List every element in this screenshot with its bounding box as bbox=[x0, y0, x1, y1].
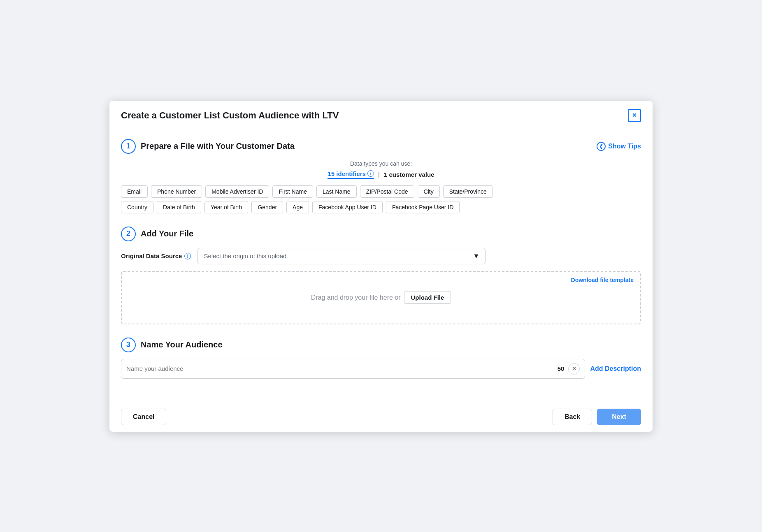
section-3-header: 3 Name Your Audience bbox=[121, 338, 641, 352]
download-template-link[interactable]: Download file template bbox=[571, 277, 634, 283]
close-button[interactable]: × bbox=[628, 109, 641, 122]
tag-fb-page-user-id: Facebook Page User ID bbox=[386, 201, 460, 213]
tabs-row: 15 identifiers i | 1 customer value bbox=[121, 170, 641, 179]
show-tips-label: Show Tips bbox=[608, 143, 641, 150]
tag-mobile-advertiser-id: Mobile Advertiser ID bbox=[205, 185, 269, 198]
identifiers-info-icon[interactable]: i bbox=[367, 170, 374, 177]
tag-age: Age bbox=[286, 201, 309, 213]
tag-city: City bbox=[418, 185, 440, 198]
section-2: 2 Add Your File Original Data Source i S… bbox=[121, 227, 641, 324]
tag-dob: Date of Birth bbox=[157, 201, 201, 213]
next-button[interactable]: Next bbox=[597, 409, 641, 425]
tag-fb-app-user-id: Facebook App User ID bbox=[312, 201, 383, 213]
show-tips-icon: ❮ bbox=[597, 142, 606, 151]
upload-hint: Drag and drop your file here or Upload F… bbox=[311, 291, 451, 304]
tab-customer-value[interactable]: 1 customer value bbox=[384, 171, 434, 178]
step-circle-2: 2 bbox=[121, 227, 136, 241]
step-circle-1: 1 bbox=[121, 139, 136, 154]
upload-file-button[interactable]: Upload File bbox=[404, 291, 451, 304]
original-source-row: Original Data Source i Select the origin… bbox=[121, 248, 641, 264]
name-input-wrapper: 50 ✕ bbox=[121, 359, 585, 379]
data-types-label: Data types you can use: bbox=[121, 160, 641, 167]
tags-row-2: Country Date of Birth Year of Birth Gend… bbox=[121, 201, 641, 213]
original-source-info-icon[interactable]: i bbox=[184, 253, 191, 259]
show-tips-button[interactable]: ❮ Show Tips bbox=[597, 142, 641, 151]
origin-select-placeholder: Select the origin of this upload bbox=[204, 252, 286, 259]
tag-gender: Gender bbox=[251, 201, 283, 213]
section-3: 3 Name Your Audience 50 ✕ Add Descriptio… bbox=[121, 338, 641, 379]
modal-body: 1 Prepare a File with Your Customer Data… bbox=[109, 129, 653, 402]
original-source-label: Original Data Source i bbox=[121, 252, 191, 259]
section-1-header: 1 Prepare a File with Your Customer Data… bbox=[121, 139, 641, 154]
upload-area[interactable]: Download file template Drag and drop you… bbox=[121, 271, 641, 324]
clear-input-button[interactable]: ✕ bbox=[568, 363, 580, 375]
section-1: 1 Prepare a File with Your Customer Data… bbox=[121, 139, 641, 213]
tag-state: State/Province bbox=[443, 185, 493, 198]
origin-select[interactable]: Select the origin of this upload ▼ bbox=[197, 248, 486, 264]
modal-container: Create a Customer List Custom Audience w… bbox=[109, 101, 653, 432]
tag-yob: Year of Birth bbox=[204, 201, 249, 213]
tags-row-1: Email Phone Number Mobile Advertiser ID … bbox=[121, 185, 641, 198]
audience-name-row: 50 ✕ Add Description bbox=[121, 359, 641, 379]
tab-identifiers[interactable]: 15 identifiers i bbox=[328, 170, 374, 179]
add-description-button[interactable]: Add Description bbox=[590, 365, 641, 372]
section-2-header: 2 Add Your File bbox=[121, 227, 641, 241]
back-button[interactable]: Back bbox=[553, 409, 592, 425]
modal-title: Create a Customer List Custom Audience w… bbox=[121, 110, 339, 121]
modal-header: Create a Customer List Custom Audience w… bbox=[109, 101, 653, 129]
modal-footer: Cancel Back Next bbox=[109, 402, 653, 432]
step-circle-3: 3 bbox=[121, 338, 136, 352]
char-count: 50 bbox=[558, 365, 565, 372]
tag-zip: ZIP/Postal Code bbox=[360, 185, 414, 198]
tag-country: Country bbox=[121, 201, 153, 213]
tag-last-name: Last Name bbox=[316, 185, 357, 198]
dropdown-arrow-icon: ▼ bbox=[473, 252, 480, 260]
section-3-title: Name Your Audience bbox=[141, 340, 223, 349]
section-1-title: Prepare a File with Your Customer Data bbox=[141, 141, 295, 151]
tag-phone: Phone Number bbox=[151, 185, 202, 198]
cancel-button[interactable]: Cancel bbox=[121, 409, 166, 425]
section-2-title: Add Your File bbox=[141, 229, 193, 238]
audience-name-input[interactable] bbox=[126, 365, 558, 372]
tag-email: Email bbox=[121, 185, 148, 198]
footer-right: Back Next bbox=[553, 409, 641, 425]
tab-separator: | bbox=[378, 171, 380, 178]
tag-first-name: First Name bbox=[272, 185, 313, 198]
